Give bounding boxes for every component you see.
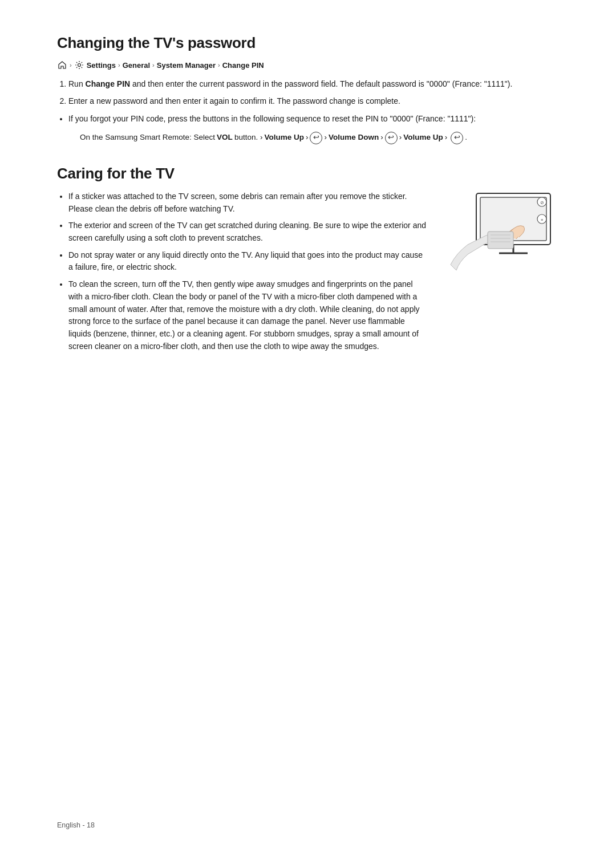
breadcrumb: › Settings › General › System Manager › … — [57, 60, 559, 70]
svg-rect-5 — [488, 232, 513, 249]
password-section-title: Changing the TV's password — [57, 34, 559, 52]
arrow-2: › — [324, 131, 327, 144]
volume-up-1: Volume Up — [264, 131, 304, 144]
footer-text: English - 18 — [57, 821, 95, 829]
period: . — [465, 131, 467, 144]
caring-section-title: Caring for the TV — [57, 165, 559, 182]
volume-up-2: Volume Up — [403, 131, 443, 144]
breadcrumb-chevron-3: › — [152, 62, 155, 68]
vol-sequence: On the Samsung Smart Remote: Select VOL … — [80, 131, 559, 144]
step1-suffix: and then enter the current password in t… — [130, 79, 512, 88]
return-icon-3: ↩ — [451, 132, 463, 144]
forgot-pin-item: If you forgot your PIN code, press the b… — [68, 113, 559, 144]
tv-cleaning-svg: ⊘ ≡ — [445, 190, 559, 282]
arrow-3: › — [380, 131, 383, 144]
volume-down: Volume Down — [329, 131, 379, 144]
breadcrumb-chevron-2: › — [118, 62, 120, 68]
svg-text:≡: ≡ — [541, 218, 543, 222]
settings-gear-icon — [74, 60, 84, 70]
arrow-5: › — [445, 131, 448, 144]
page-footer: English - 18 — [57, 821, 95, 829]
caring-bullet-list: If a sticker was attached to the TV scre… — [68, 190, 428, 352]
tv-cleaning-illustration: ⊘ ≡ — [445, 190, 559, 283]
caring-layout: If a sticker was attached to the TV scre… — [57, 190, 559, 358]
breadcrumb-system-manager: System Manager — [157, 61, 216, 70]
arrow-4: › — [399, 131, 402, 144]
step-2: Enter a new password and then enter it a… — [68, 95, 559, 108]
caring-bullet-1: If a sticker was attached to the TV scre… — [68, 190, 428, 215]
vol-button-label: VOL — [217, 131, 233, 144]
step1-bold: Change PIN — [86, 79, 131, 88]
forgot-pin-intro: If you forgot your PIN code, press the b… — [68, 114, 476, 123]
arrow-1: › — [306, 131, 309, 144]
home-icon — [57, 60, 67, 70]
steps-list: Run Change PIN and then enter the curren… — [68, 78, 559, 107]
step1-prefix: Run — [68, 79, 86, 88]
caring-bullet-2: The exterior and screen of the TV can ge… — [68, 220, 428, 244]
caring-bullet-3: Do not spray water or any liquid directl… — [68, 249, 428, 274]
sequence-prefix: On the Samsung Smart Remote: Select — [80, 131, 215, 144]
caring-text: If a sticker was attached to the TV scre… — [57, 190, 428, 358]
return-icon-1: ↩ — [310, 132, 322, 144]
breadcrumb-chevron-4: › — [218, 62, 220, 68]
breadcrumb-chevron-1: › — [70, 62, 72, 68]
forgot-pin-bullet-list: If you forgot your PIN code, press the b… — [68, 113, 559, 144]
svg-point-0 — [78, 64, 80, 67]
breadcrumb-general: General — [123, 61, 150, 70]
breadcrumb-settings: Settings — [87, 61, 116, 70]
step2-text: Enter a new password and then enter it a… — [68, 96, 400, 106]
caring-bullet-4: To clean the screen, turn off the TV, th… — [68, 278, 428, 352]
breadcrumb-change-pin: Change PIN — [222, 61, 264, 70]
sequence-button-label: button. › — [234, 131, 263, 144]
return-icon-2: ↩ — [385, 132, 398, 144]
svg-text:⊘: ⊘ — [540, 200, 544, 205]
step-1: Run Change PIN and then enter the curren… — [68, 78, 559, 91]
caring-section: Caring for the TV If a sticker was attac… — [57, 165, 559, 358]
